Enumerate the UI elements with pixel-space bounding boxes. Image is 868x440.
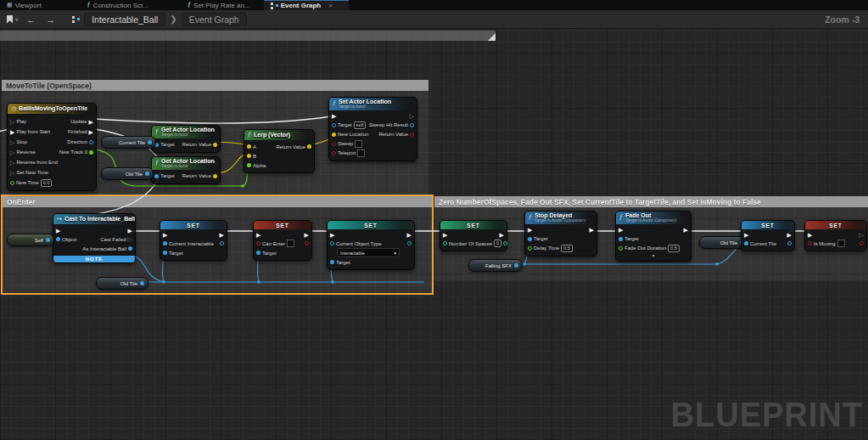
- node-header[interactable]: ƒ Set Actor LocationTarget is Actor: [329, 98, 417, 110]
- node-header[interactable]: SET: [742, 221, 794, 229]
- exec-pin-play[interactable]: ▷: [10, 119, 14, 125]
- exec-out-pin[interactable]: ▷: [410, 113, 414, 119]
- close-tab-icon[interactable]: ×: [328, 2, 333, 9]
- node-header[interactable]: ƒ Lerp (Vector): [244, 130, 314, 140]
- sweep-pin[interactable]: [332, 142, 336, 146]
- output-pin[interactable]: [787, 241, 792, 245]
- exec-pin-play-from-start[interactable]: ▶: [10, 129, 14, 135]
- can-enter-checkbox[interactable]: [287, 240, 294, 247]
- set-can-enter-node[interactable]: SET ▶▶ Can Enter Target: [253, 220, 312, 261]
- duration-field[interactable]: 0.5: [668, 245, 680, 252]
- new-time-pin[interactable]: [10, 181, 14, 185]
- back-button[interactable]: ←: [21, 14, 41, 25]
- node-header[interactable]: ƒ Get Actor LocationTarget is Actor: [152, 157, 220, 170]
- return-value-pin[interactable]: [213, 174, 217, 178]
- expand-chevron-icon[interactable]: ▾: [619, 253, 688, 258]
- get-current-tile-capsule[interactable]: Current Tile: [101, 136, 156, 149]
- bookmark-icon[interactable]: [7, 15, 13, 24]
- exec-in-pin[interactable]: ▶: [808, 232, 812, 238]
- teleport-checkbox[interactable]: [357, 149, 365, 157]
- target-pin[interactable]: [154, 174, 159, 178]
- node-header[interactable]: SET: [160, 221, 227, 229]
- exec-out-pin[interactable]: ▶: [128, 228, 132, 234]
- comment-resize-handle[interactable]: [488, 33, 496, 41]
- tab-set-play-rate[interactable]: ƒSet Play Rate an...: [181, 0, 257, 10]
- is-moving-pin[interactable]: [808, 241, 812, 245]
- lerp-vector-node[interactable]: ƒ Lerp (Vector) A Return Value B Alpha: [244, 129, 315, 173]
- tab-construction-script[interactable]: ƒConstruction Scr...: [81, 0, 155, 10]
- node-header[interactable]: ◷ BallIsMovingToOpenTile: [8, 104, 96, 114]
- tab-viewport[interactable]: ▦Viewport: [0, 0, 48, 10]
- set-current-interactable-node[interactable]: SET ▶▶ Current Interactable Target: [160, 220, 227, 261]
- exec-out-pin[interactable]: ▶: [305, 232, 309, 238]
- return-value-pin[interactable]: [307, 144, 311, 149]
- output-pin[interactable]: [860, 241, 864, 245]
- get-falling-sfx-capsule[interactable]: Falling SFX: [468, 259, 523, 272]
- target-field[interactable]: self: [354, 121, 367, 129]
- is-moving-checkbox[interactable]: [837, 240, 845, 247]
- delay-time-pin[interactable]: [528, 246, 532, 251]
- node-header[interactable]: ↪ Cast To Interactable_Ball: [53, 214, 135, 224]
- object-pin[interactable]: [56, 237, 60, 241]
- exec-out-pin[interactable]: ▶: [684, 227, 688, 233]
- teleport-pin[interactable]: [332, 151, 336, 155]
- output-pin[interactable]: [140, 281, 144, 285]
- current-interactable-pin[interactable]: [163, 241, 167, 245]
- node-header[interactable]: ƒ Get Actor LocationTarget is Actor: [152, 126, 220, 138]
- output-pin[interactable]: [503, 241, 507, 245]
- node-header[interactable]: SET: [440, 221, 507, 229]
- sweep-hit-result-pin[interactable]: [410, 123, 414, 127]
- current-tile-pin[interactable]: [744, 241, 748, 245]
- return-value-pin[interactable]: [213, 143, 217, 147]
- exec-in-pin[interactable]: ▶: [163, 232, 167, 238]
- object-type-dropdown[interactable]: Interactable▾: [337, 248, 400, 257]
- exec-out-pin[interactable]: ▶: [407, 232, 412, 238]
- current-object-type-pin[interactable]: [330, 241, 334, 245]
- exec-in-pin[interactable]: ▶: [528, 227, 532, 233]
- direction-pin[interactable]: [89, 140, 93, 144]
- cast-failed-pin[interactable]: ▷: [128, 236, 132, 242]
- target-pin[interactable]: [619, 237, 623, 241]
- fade-out-duration-pin[interactable]: [619, 246, 623, 251]
- get-old-tile-capsule-2[interactable]: Old Tile: [96, 277, 148, 290]
- get-old-tile-capsule[interactable]: Old Tile: [101, 167, 154, 180]
- output-pin[interactable]: [514, 263, 518, 268]
- return-value-pin[interactable]: [410, 133, 414, 137]
- timeline-node-ballismovingtoopentile[interactable]: ◷ BallIsMovingToOpenTile ▷Play Update▶ ▶…: [7, 103, 97, 191]
- exec-pin-reverse-from-end[interactable]: ▷: [10, 160, 14, 166]
- get-actor-location-node-1[interactable]: ƒ Get Actor LocationTarget is Actor Targ…: [151, 125, 221, 153]
- exec-pin-stop[interactable]: ▷: [10, 139, 14, 145]
- chevron-down-icon[interactable]: ∨: [14, 16, 19, 23]
- output-pin[interactable]: [46, 238, 50, 242]
- exec-in-pin[interactable]: ▶: [330, 232, 334, 238]
- target-pin[interactable]: [256, 251, 260, 255]
- set-number-of-spaces-node[interactable]: SET ▶▶ Number Of Spaces0: [440, 220, 507, 251]
- fade-out-node[interactable]: ƒ Fade OutTarget is Audio Component ▶▶ T…: [615, 211, 692, 262]
- exec-out-pin[interactable]: ▶: [500, 232, 504, 238]
- output-pin[interactable]: [407, 241, 412, 245]
- exec-in-pin[interactable]: ▶: [56, 228, 60, 234]
- output-pin[interactable]: [220, 241, 224, 245]
- exec-pin-reverse[interactable]: ▷: [10, 149, 14, 155]
- target-pin[interactable]: [330, 260, 334, 264]
- exec-out-pin[interactable]: ▶: [787, 232, 792, 238]
- delay-time-field[interactable]: 0.5: [561, 245, 573, 252]
- cast-to-interactable-ball-node[interactable]: ↪ Cast To Interactable_Ball ▶ ▶ Object C…: [53, 213, 136, 263]
- breadcrumb-root[interactable]: Interactable_Ball: [84, 13, 165, 26]
- get-self-capsule[interactable]: Self: [7, 234, 54, 246]
- set-is-moving-node[interactable]: SET ▶▷ Is Moving: [804, 220, 867, 251]
- comment-header[interactable]: MoveToTile (OpenSpace): [2, 80, 428, 91]
- as-interactable-ball-pin[interactable]: [128, 246, 132, 251]
- b-pin[interactable]: [247, 154, 251, 158]
- exec-in-pin[interactable]: ▶: [443, 232, 447, 238]
- new-location-pin[interactable]: [332, 133, 336, 137]
- output-pin[interactable]: [148, 140, 152, 144]
- new-time-field[interactable]: 0.0: [41, 179, 53, 187]
- exec-in-pin[interactable]: ▶: [619, 227, 623, 233]
- exec-in-pin[interactable]: ▶: [744, 232, 748, 238]
- exec-pin-set-new-time[interactable]: ▷: [10, 170, 14, 176]
- target-pin[interactable]: [528, 237, 532, 241]
- comment-header[interactable]: OnEnter: [3, 196, 432, 207]
- forward-button[interactable]: →: [41, 14, 60, 25]
- node-header[interactable]: SET: [328, 221, 414, 229]
